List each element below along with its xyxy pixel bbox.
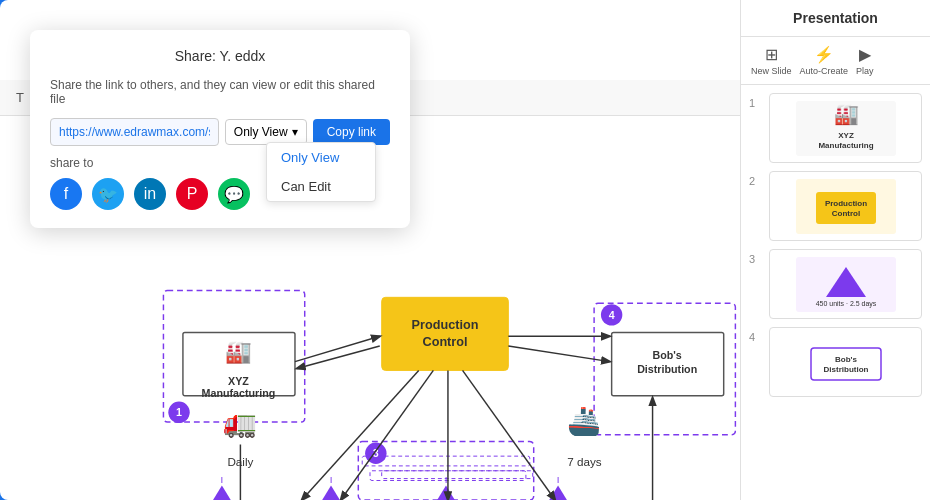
- svg-text:1: 1: [176, 406, 182, 418]
- panel-tools: ⊞ New Slide ⚡ Auto-Create ▶ Play: [741, 37, 930, 85]
- slide-item-1[interactable]: 1 🏭 XYZ Manufacturing: [749, 93, 922, 163]
- svg-text:I: I: [221, 474, 224, 485]
- svg-rect-71: [816, 192, 876, 224]
- share-title: Share: Y. eddx: [50, 48, 390, 64]
- chevron-down-icon: ▾: [292, 125, 298, 139]
- slide-number-1: 1: [749, 93, 761, 109]
- svg-text:🚢: 🚢: [567, 404, 602, 437]
- slide-thumb-2[interactable]: Production Control: [769, 171, 922, 241]
- dropdown-can-edit[interactable]: Can Edit: [267, 172, 375, 201]
- svg-text:🏭: 🏭: [225, 339, 252, 365]
- slide-thumb-4[interactable]: Bob's Distribution: [769, 327, 922, 397]
- panel-title: Presentation: [753, 10, 918, 26]
- svg-rect-4: [382, 471, 533, 479]
- svg-marker-34: [427, 485, 466, 500]
- view-dropdown-menu[interactable]: Only View Can Edit: [266, 142, 376, 202]
- twitter-share-icon[interactable]: 🐦: [92, 178, 124, 210]
- facebook-share-icon[interactable]: f: [50, 178, 82, 210]
- dropdown-only-view[interactable]: Only View: [267, 143, 375, 172]
- svg-text:Production: Production: [412, 318, 479, 332]
- svg-rect-5: [362, 456, 530, 466]
- svg-text:🚛: 🚛: [223, 406, 258, 439]
- panel-header: Presentation: [741, 0, 930, 37]
- svg-marker-30: [312, 485, 351, 500]
- svg-text:I: I: [445, 474, 448, 485]
- slide-item-2[interactable]: 2 Production Control: [749, 171, 922, 241]
- play-button[interactable]: ▶ Play: [856, 45, 874, 76]
- pinterest-share-icon[interactable]: P: [176, 178, 208, 210]
- slide-thumb-1[interactable]: 🏭 XYZ Manufacturing: [769, 93, 922, 163]
- new-slide-button[interactable]: ⊞ New Slide: [751, 45, 792, 76]
- svg-text:Distribution: Distribution: [637, 363, 697, 375]
- linkedin-share-icon[interactable]: in: [134, 178, 166, 210]
- slide-item-4[interactable]: 4 Bob's Distribution: [749, 327, 922, 397]
- svg-text:XYZ: XYZ: [838, 131, 854, 140]
- svg-text:Control: Control: [831, 209, 859, 218]
- svg-text:Bob's: Bob's: [653, 349, 682, 361]
- slide-number-4: 4: [749, 327, 761, 343]
- panel-slides: 1 🏭 XYZ Manufacturing 2 Production Contr…: [741, 85, 930, 500]
- svg-line-50: [302, 370, 419, 500]
- svg-text:Production: Production: [824, 199, 866, 208]
- svg-text:450 units · 2.5 days: 450 units · 2.5 days: [815, 300, 876, 308]
- svg-text:7 days: 7 days: [567, 455, 602, 468]
- slide-thumb-3[interactable]: 450 units · 2.5 days: [769, 249, 922, 319]
- play-icon: ▶: [859, 45, 871, 64]
- svg-marker-26: [202, 485, 241, 500]
- slide-number-3: 3: [749, 249, 761, 265]
- wechat-share-icon[interactable]: 💬: [218, 178, 250, 210]
- svg-marker-38: [539, 485, 578, 500]
- new-slide-icon: ⊞: [765, 45, 778, 64]
- share-description: Share the link to others, and they can v…: [50, 78, 390, 106]
- svg-text:XYZ: XYZ: [228, 375, 249, 387]
- share-dialog: Share: Y. eddx Share the link to others,…: [30, 30, 410, 228]
- main-canvas: T ↵ ↗ ◇ □ ⬡ △ ∿ ⊕ ⌖ 🔍 ⚙ 1 3 4: [0, 0, 740, 500]
- svg-text:4: 4: [609, 309, 615, 321]
- svg-text:I: I: [557, 474, 560, 485]
- svg-text:Manufacturing: Manufacturing: [818, 141, 873, 150]
- svg-text:Distribution: Distribution: [823, 365, 868, 374]
- right-panel: Presentation ⊞ New Slide ⚡ Auto-Create ▶…: [740, 0, 930, 500]
- svg-text:Control: Control: [423, 335, 468, 349]
- slide-number-2: 2: [749, 171, 761, 187]
- svg-text:I: I: [330, 474, 333, 485]
- svg-rect-12: [382, 297, 509, 370]
- svg-text:🏭: 🏭: [833, 102, 858, 126]
- auto-create-icon: ⚡: [814, 45, 834, 64]
- auto-create-button[interactable]: ⚡ Auto-Create: [800, 45, 849, 76]
- slide-item-3[interactable]: 3 450 units · 2.5 days: [749, 249, 922, 319]
- svg-rect-78: [811, 348, 881, 380]
- svg-text:Bob's: Bob's: [835, 355, 857, 364]
- svg-text:Manufacturing: Manufacturing: [202, 387, 276, 399]
- share-link-input[interactable]: [50, 118, 219, 146]
- toolbar-text[interactable]: T: [8, 86, 32, 110]
